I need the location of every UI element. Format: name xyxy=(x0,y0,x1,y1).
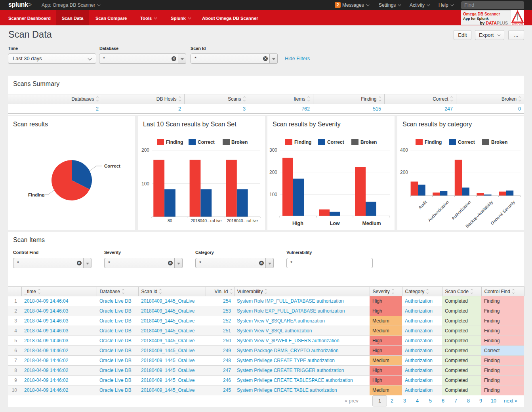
svg-text:High: High xyxy=(292,221,303,226)
svg-text:2018040...raLive: 2018040...raLive xyxy=(191,218,221,223)
svg-text:200: 200 xyxy=(141,147,149,153)
svg-text:Finding: Finding xyxy=(28,193,45,197)
svg-text:Finding: Finding xyxy=(166,139,183,145)
svg-text:Correct: Correct xyxy=(104,164,120,168)
svg-text:Authorization: Authorization xyxy=(450,200,472,221)
svg-text:Low: Low xyxy=(330,221,340,226)
svg-text:Finding: Finding xyxy=(425,139,442,145)
svg-text:Finding: Finding xyxy=(294,139,311,145)
svg-text:Broken: Broken xyxy=(491,139,507,145)
svg-text:300: 300 xyxy=(269,147,277,153)
svg-text:200: 200 xyxy=(400,170,408,175)
svg-text:2018040...raLive: 2018040...raLive xyxy=(227,218,258,223)
svg-text:80: 80 xyxy=(168,218,172,223)
svg-text:Correct: Correct xyxy=(327,139,344,145)
svg-text:Authentication: Authentication xyxy=(427,200,450,223)
svg-text:Medium: Medium xyxy=(362,221,381,226)
svg-text:Correct: Correct xyxy=(198,139,215,145)
svg-text:100: 100 xyxy=(141,181,149,187)
svg-text:DATAPLUS: DATAPLUS xyxy=(512,23,523,25)
svg-text:200: 200 xyxy=(269,170,277,175)
svg-text:Broken: Broken xyxy=(231,139,248,145)
svg-text:100: 100 xyxy=(269,192,277,197)
svg-text:Correct: Correct xyxy=(458,139,475,145)
svg-text:General Security: General Security xyxy=(490,199,516,226)
svg-text:Broken: Broken xyxy=(360,139,377,145)
svg-text:Audit: Audit xyxy=(418,200,428,210)
svg-text:400: 400 xyxy=(400,147,408,153)
